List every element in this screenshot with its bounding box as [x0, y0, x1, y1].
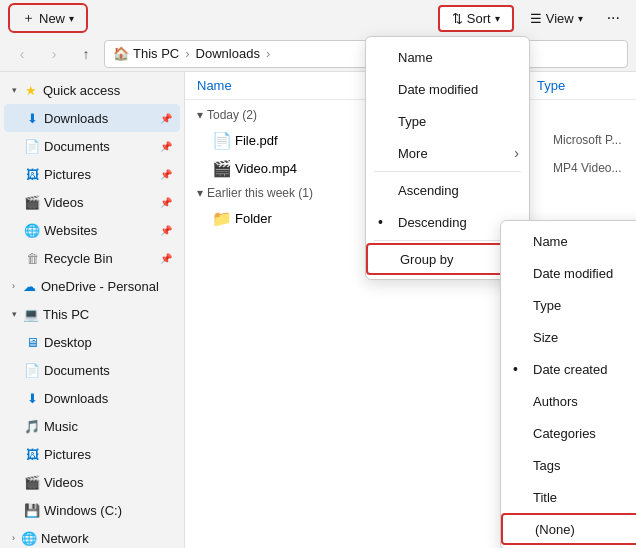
sidebar: ▾ ★ Quick access ⬇ Downloads 📌 📄 Documen…: [0, 72, 185, 548]
menu-item-label: Type: [398, 114, 426, 129]
bullet-icon: •: [513, 361, 525, 377]
sidebar-item-documents2[interactable]: 📄 Documents: [4, 356, 180, 384]
menu-divider: [374, 171, 521, 172]
sidebar-item-pictures[interactable]: 🖼 Pictures 📌: [4, 160, 180, 188]
sort-type-item[interactable]: Type: [366, 105, 529, 137]
new-label: New: [39, 11, 65, 26]
up-button[interactable]: ↑: [72, 40, 100, 68]
desktop-icon: 🖥: [24, 334, 40, 350]
sidebar-item-network[interactable]: › 🌐 Network: [4, 524, 180, 548]
sidebar-item-pictures2[interactable]: 🖼 Pictures: [4, 440, 180, 468]
pin-icon: 📌: [160, 113, 172, 124]
chevron-right-icon: ›: [12, 533, 15, 543]
sort-name-item[interactable]: Name: [366, 41, 529, 73]
onedrive-icon: ☁: [21, 278, 37, 294]
sidebar-label: Videos: [44, 475, 84, 490]
pin-icon: 📌: [160, 169, 172, 180]
chevron-down-icon: ▾: [12, 309, 17, 319]
addressbar: ‹ › ↑ 🏠 This PC › Downloads ›: [0, 36, 636, 72]
sidebar-label: Quick access: [43, 83, 120, 98]
menu-item-label: Descending: [398, 215, 467, 230]
music-icon: 🎵: [24, 418, 40, 434]
group-chevron-down-icon: ▾: [197, 186, 203, 200]
up-icon: ↑: [83, 46, 90, 62]
group-chevron-down-icon: ▾: [197, 108, 203, 122]
new-button[interactable]: ＋ New ▾: [8, 3, 88, 33]
groupby-date-created-item[interactable]: • Date created: [501, 353, 636, 385]
view-chevron-icon: ▾: [578, 13, 583, 24]
sidebar-item-music[interactable]: 🎵 Music: [4, 412, 180, 440]
group-label: Today (2): [207, 108, 257, 122]
video-icon: 🎬: [213, 159, 231, 177]
sidebar-label: Pictures: [44, 167, 91, 182]
pictures-icon: 🖼: [24, 166, 40, 182]
ellipsis-icon: ···: [607, 9, 620, 26]
groupby-date-modified-item[interactable]: Date modified: [501, 257, 636, 289]
groupby-type-item[interactable]: Type: [501, 289, 636, 321]
sidebar-item-this-pc[interactable]: ▾ 💻 This PC: [4, 300, 180, 328]
sidebar-item-desktop[interactable]: 🖥 Desktop: [4, 328, 180, 356]
sidebar-item-videos[interactable]: 🎬 Videos 📌: [4, 188, 180, 216]
documents-icon: 📄: [24, 138, 40, 154]
view-icon: ☰: [530, 11, 542, 26]
sidebar-label: This PC: [43, 307, 89, 322]
titlebar: ＋ New ▾ ⇅ Sort ▾ ☰ View ▾ ···: [0, 0, 636, 36]
sort-ascending-item[interactable]: Ascending: [366, 174, 529, 206]
pin-icon: 📌: [160, 197, 172, 208]
sidebar-item-websites[interactable]: 🌐 Websites 📌: [4, 216, 180, 244]
view-button[interactable]: ☰ View ▾: [518, 7, 595, 30]
breadcrumb-sep2: ›: [266, 46, 270, 61]
col-type-header[interactable]: Type: [537, 78, 565, 93]
sidebar-item-downloads[interactable]: ⬇ Downloads 📌: [4, 104, 180, 132]
folder-icon: 🏠: [113, 46, 129, 61]
sidebar-label: Documents: [44, 363, 110, 378]
menu-item-label: Authors: [533, 394, 578, 409]
sort-button[interactable]: ⇅ Sort ▾: [438, 5, 514, 32]
menu-item-label: Tags: [533, 458, 560, 473]
sort-more-item[interactable]: More: [366, 137, 529, 169]
sidebar-label: Music: [44, 419, 78, 434]
chevron-down-icon: ▾: [12, 85, 17, 95]
sort-chevron-icon: ▾: [495, 13, 500, 24]
sidebar-item-onedrive[interactable]: › ☁ OneDrive - Personal: [4, 272, 180, 300]
groupby-tags-item[interactable]: Tags: [501, 449, 636, 481]
pin-icon: 📌: [160, 141, 172, 152]
chevron-right-icon: ›: [12, 281, 15, 291]
new-icon: ＋: [22, 9, 35, 27]
network-icon: 🌐: [21, 530, 37, 546]
view-label: View: [546, 11, 574, 26]
sidebar-item-documents[interactable]: 📄 Documents 📌: [4, 132, 180, 160]
sidebar-label: Pictures: [44, 447, 91, 462]
back-button[interactable]: ‹: [8, 40, 36, 68]
groupby-none-item[interactable]: (None): [501, 513, 636, 545]
groupby-authors-item[interactable]: Authors: [501, 385, 636, 417]
sidebar-label: Websites: [44, 223, 97, 238]
sidebar-item-windows-c[interactable]: 💾 Windows (C:): [4, 496, 180, 524]
menu-item-label: Size: [533, 330, 558, 345]
menu-item-label: (None): [535, 522, 575, 537]
groupby-name-item[interactable]: Name: [501, 225, 636, 257]
sidebar-label: Videos: [44, 195, 84, 210]
file-type: MP4 Video...: [553, 161, 621, 175]
bullet-icon: •: [378, 214, 390, 230]
this-pc-crumb: This PC: [133, 46, 179, 61]
pin-icon: 📌: [160, 225, 172, 236]
forward-button[interactable]: ›: [40, 40, 68, 68]
sidebar-item-downloads2[interactable]: ⬇ Downloads: [4, 384, 180, 412]
groupby-submenu: Name Date modified Type Size • Date crea…: [500, 220, 636, 548]
sidebar-item-quick-access[interactable]: ▾ ★ Quick access: [4, 76, 180, 104]
groupby-title-item[interactable]: Title: [501, 481, 636, 513]
groupby-categories-item[interactable]: Categories: [501, 417, 636, 449]
folder-icon: 📁: [213, 209, 231, 227]
sort-date-modified-item[interactable]: Date modified: [366, 73, 529, 105]
sidebar-item-videos2[interactable]: 🎬 Videos: [4, 468, 180, 496]
sidebar-item-recycle-bin[interactable]: 🗑 Recycle Bin 📌: [4, 244, 180, 272]
sidebar-label: Downloads: [44, 391, 108, 406]
more-options-button[interactable]: ···: [599, 5, 628, 31]
groupby-size-item[interactable]: Size: [501, 321, 636, 353]
pin-icon: 📌: [160, 253, 172, 264]
sidebar-label: Network: [41, 531, 89, 546]
menu-item-label: Date modified: [398, 82, 478, 97]
sidebar-label: Downloads: [44, 111, 108, 126]
quick-access-icon: ★: [23, 82, 39, 98]
